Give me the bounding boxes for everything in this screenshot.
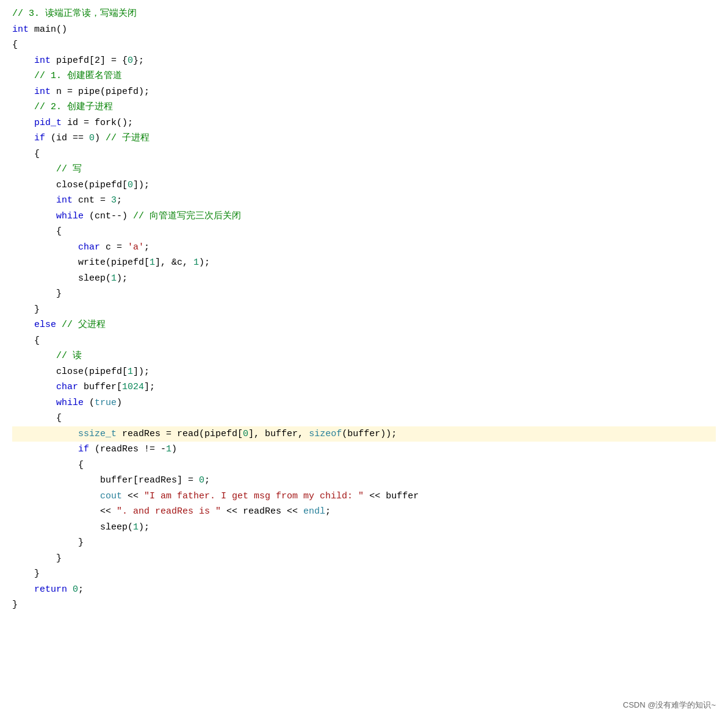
line-21: else // 父进程: [12, 317, 716, 333]
line-36: }: [12, 551, 716, 567]
line-17: write(pipefd[1], &c, 1);: [12, 255, 716, 271]
line-comment-3: // 2. 创建子进程: [12, 99, 716, 115]
line-33: << ". and readRes is " << readRes << end…: [12, 504, 716, 520]
line-13: int cnt = 3;: [12, 193, 716, 209]
line-35: }: [12, 535, 716, 551]
line-16: char c = 'a';: [12, 240, 716, 256]
line-comment-5: // 读: [12, 348, 716, 364]
line-22: {: [12, 333, 716, 349]
line-37: }: [12, 566, 716, 582]
line-8: pid_t id = fork();: [12, 115, 716, 131]
line-24: close(pipefd[1]);: [12, 364, 716, 380]
line-14: while (cnt--) // 向管道写完三次后关闭: [12, 209, 716, 224]
code-block: // 3. 读端正常读，写端关闭 int main() { int pipefd…: [0, 6, 728, 613]
line-19: }: [12, 286, 716, 302]
line-4: int pipefd[2] = {0};: [12, 53, 716, 69]
line-10: {: [12, 146, 716, 162]
line-29: if (readRes != -1): [12, 442, 716, 457]
line-34: sleep(1);: [12, 520, 716, 536]
footer-text: CSDN @没有难学的知识~: [623, 698, 716, 712]
line-18: sleep(1);: [12, 271, 716, 287]
line-3: {: [12, 37, 716, 53]
line-39: }: [12, 597, 716, 613]
line-32: cout << "I am father. I get msg from my …: [12, 489, 716, 504]
line-comment-1: // 3. 读端正常读，写端关闭: [12, 6, 716, 22]
line-9: if (id == 0) // 子进程: [12, 131, 716, 146]
line-25: char buffer[1024];: [12, 379, 716, 395]
line-27: {: [12, 411, 716, 426]
line-31: buffer[readRes] = 0;: [12, 473, 716, 489]
line-comment-4: // 写: [12, 162, 716, 178]
line-20: }: [12, 302, 716, 318]
line-15: {: [12, 224, 716, 240]
line-12: close(pipefd[0]);: [12, 178, 716, 193]
line-26: while (true): [12, 395, 716, 411]
line-28: ssize_t readRes = read(pipefd[0], buffer…: [12, 426, 716, 442]
line-38: return 0;: [12, 582, 716, 598]
line-30: {: [12, 457, 716, 473]
line-6: int n = pipe(pipefd);: [12, 84, 716, 100]
line-comment-2: // 1. 创建匿名管道: [12, 68, 716, 84]
line-2: int main(): [12, 22, 716, 38]
